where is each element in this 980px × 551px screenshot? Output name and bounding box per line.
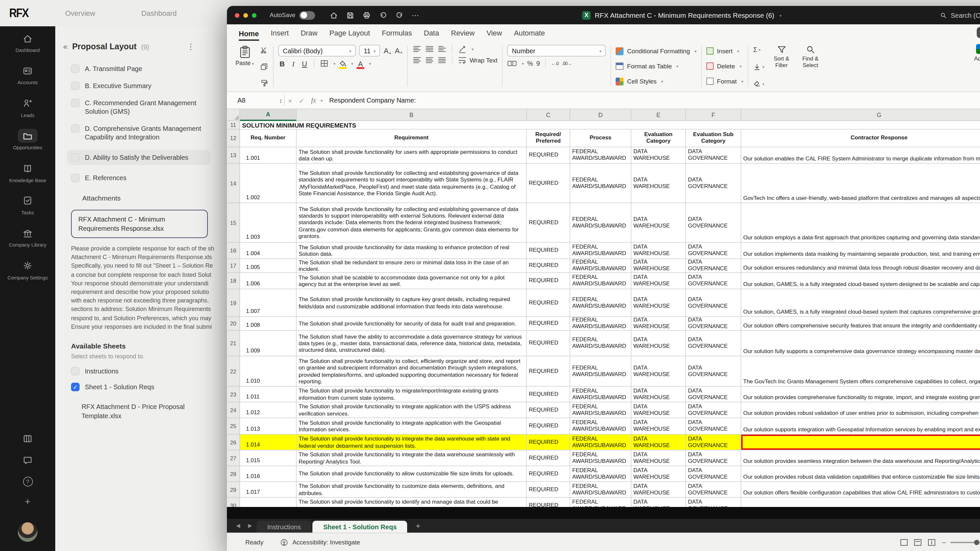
cell-A20[interactable]: 1.008: [240, 317, 297, 331]
cell-E29[interactable]: DATA WAREHOUSE: [632, 482, 686, 498]
ribbon-tab-review[interactable]: Review: [451, 29, 474, 41]
fill-down-icon[interactable]: ▾: [753, 62, 764, 71]
cut-icon[interactable]: [260, 46, 268, 55]
cell-A16[interactable]: 1.004: [240, 243, 297, 259]
cell-F30[interactable]: DATA GOVERNANCE: [686, 498, 741, 507]
row-header-11[interactable]: 11: [227, 121, 240, 130]
cell-B15[interactable]: The Solution shall provide functionality…: [297, 203, 527, 243]
cell-D24[interactable]: FEDERAL AWARD/SUBAWARD: [570, 402, 632, 418]
row-header-23[interactable]: 23: [227, 387, 240, 402]
row-header-14[interactable]: 14: [227, 164, 240, 203]
cell-G21[interactable]: Our solution fully supports a comprehens…: [741, 331, 980, 356]
zoom-window-icon[interactable]: [252, 13, 256, 17]
cell-B17[interactable]: The Solution shall be redundant to ensur…: [297, 259, 527, 273]
cell-G13[interactable]: Our solution enables the CAL FIRE System…: [741, 147, 980, 164]
cell-D18[interactable]: FEDERAL AWARD/SUBAWARD: [570, 273, 632, 289]
cell-E26[interactable]: DATA WAREHOUSE: [632, 435, 686, 450]
sidebar-item-dashboard[interactable]: Dashboard: [0, 26, 55, 59]
cell-A18[interactable]: 1.006: [240, 273, 297, 289]
cell-B16[interactable]: The Solution shall provide functionality…: [297, 243, 527, 259]
row-header-28[interactable]: 28: [227, 466, 240, 482]
cell-A14[interactable]: 1.002: [240, 164, 297, 203]
more-toolbar-icon[interactable]: ⋯: [412, 11, 420, 19]
page-layout-view-icon[interactable]: [914, 539, 921, 545]
cell-C15[interactable]: REQUIRED: [527, 203, 570, 243]
ribbon-tab-page-layout[interactable]: Page Layout: [329, 29, 370, 41]
checklist-item-d-ability-to-satisfy[interactable]: D. Ability to Satisfy the Deliverables: [67, 150, 210, 165]
cell-B27[interactable]: The Solution shall provide functionality…: [297, 450, 527, 466]
cell-B22[interactable]: The Solution shall provide functionality…: [297, 356, 527, 387]
cell-E15[interactable]: DATA WAREHOUSE: [632, 203, 686, 243]
cell-B24[interactable]: The Solution shall provide functionality…: [297, 402, 527, 418]
cell-G15[interactable]: Our solution employs a data-first approa…: [741, 203, 980, 243]
cell-E16[interactable]: DATA WAREHOUSE: [632, 243, 686, 259]
cell-B18[interactable]: The Solution shall be scalable to accomm…: [297, 273, 527, 289]
cell-C25[interactable]: REQUIRED: [527, 418, 570, 435]
align-left-icon[interactable]: [412, 56, 422, 64]
format-cells-button[interactable]: Format▾: [706, 75, 743, 87]
cell-G23[interactable]: Our solution provides comprehensive func…: [741, 387, 980, 402]
title-chevron-icon[interactable]: ▾: [780, 13, 782, 17]
ribbon-tab-formulas[interactable]: Formulas: [382, 29, 412, 41]
cell-D28[interactable]: FEDERAL AWARD/SUBAWARD: [570, 466, 632, 482]
checkbox-unchecked[interactable]: [71, 81, 80, 90]
checkbox-checked[interactable]: ✓: [71, 383, 80, 391]
cell-G29[interactable]: Our solution offers flexible configurati…: [741, 482, 980, 498]
column-header-D[interactable]: D: [570, 109, 632, 121]
zoom-slider-knob[interactable]: [974, 540, 979, 545]
addins-button[interactable]: Add-i: [974, 44, 980, 89]
cell-G30[interactable]: [741, 498, 980, 507]
cell-D22[interactable]: FEDERAL AWARD/SUBAWARD: [570, 356, 632, 387]
confirm-entry-icon[interactable]: ✓: [299, 96, 304, 104]
sidebar-item-leads[interactable]: Leads: [0, 91, 55, 124]
cell-B29[interactable]: The Solution shall provide functionality…: [297, 482, 527, 498]
cell-A25[interactable]: 1.013: [240, 418, 297, 435]
cell-C20[interactable]: REQUIRED: [527, 317, 570, 331]
conditional-formatting-button[interactable]: Conditional Formatting▾: [616, 45, 697, 57]
cell-F15[interactable]: DATA GOVERNANCE: [686, 203, 741, 243]
font-size-select[interactable]: 11▾: [359, 45, 380, 57]
undo-icon[interactable]: [379, 11, 387, 19]
row-header-17[interactable]: 17: [227, 259, 240, 273]
cell-D26[interactable]: FEDERAL AWARD/SUBAWARD: [570, 435, 632, 450]
document-title[interactable]: RFX Attachment C - Minimum Requirements …: [595, 11, 774, 19]
cell-G18[interactable]: Our solution, GAMES, is a fully integrat…: [741, 273, 980, 289]
cell-E28[interactable]: DATA WAREHOUSE: [632, 466, 686, 482]
checkbox-unchecked[interactable]: [71, 98, 80, 107]
cell-F13[interactable]: DATA GOVERNANCE: [686, 147, 741, 164]
format-painter-icon[interactable]: [260, 79, 268, 87]
align-center-icon[interactable]: [425, 56, 434, 64]
header-cell-G[interactable]: Contractor Response: [741, 130, 980, 147]
number-format-select[interactable]: Number▾: [508, 45, 606, 57]
italic-button[interactable]: I: [290, 59, 297, 67]
cell-D20[interactable]: FEDERAL AWARD/SUBAWARD: [570, 317, 632, 331]
checklist-item-b-executive-summary[interactable]: B. Executive Summary: [71, 81, 215, 90]
name-box-spinner-icon[interactable]: ▴▾: [280, 98, 282, 103]
cell-G17[interactable]: Our solution ensures redundancy and mini…: [741, 259, 980, 273]
cell-E30[interactable]: DATA WAREHOUSE: [632, 498, 686, 507]
sidebar-item-accounts[interactable]: Accounts: [0, 59, 55, 91]
cell-A26[interactable]: 1.014: [240, 435, 297, 450]
cell-B25[interactable]: The Solution shall provide functionality…: [297, 418, 527, 435]
cell-E20[interactable]: DATA WAREHOUSE: [632, 317, 686, 331]
cell-G24[interactable]: Our solution provides robust validation …: [741, 402, 980, 418]
cell-D19[interactable]: FEDERAL AWARD/SUBAWARD: [570, 289, 632, 317]
comma-style-icon[interactable]: 9: [536, 60, 540, 67]
cell-G16[interactable]: Our solution implements data masking by …: [741, 243, 980, 259]
cell-B28[interactable]: The Solution shall provide functionality…: [297, 466, 527, 482]
cell-B20[interactable]: The Solution shall provide functionality…: [297, 317, 527, 331]
cell-D30[interactable]: FEDERAL AWARD/SUBAWARD: [570, 498, 632, 507]
cell-F19[interactable]: DATA GOVERNANCE: [686, 289, 741, 317]
cell-C14[interactable]: REQUIRED: [527, 164, 570, 203]
increase-decimal-icon[interactable]: ←.0: [551, 61, 559, 66]
sheet-section-title[interactable]: SOLUTION MINIMUM REQUIREMENTS: [240, 121, 980, 130]
cell-E25[interactable]: DATA WAREHOUSE: [632, 418, 686, 435]
ribbon-tab-home[interactable]: Home: [239, 29, 259, 41]
user-avatar[interactable]: [18, 522, 38, 542]
cell-A17[interactable]: 1.005: [240, 259, 297, 273]
cancel-entry-icon[interactable]: ×: [288, 96, 292, 104]
row-header-12[interactable]: 12: [227, 130, 240, 147]
app-tab-dashboard[interactable]: Dashboard: [142, 9, 177, 17]
cell-D27[interactable]: FEDERAL AWARD/SUBAWARD: [570, 450, 632, 466]
column-header-A[interactable]: A: [240, 109, 297, 121]
